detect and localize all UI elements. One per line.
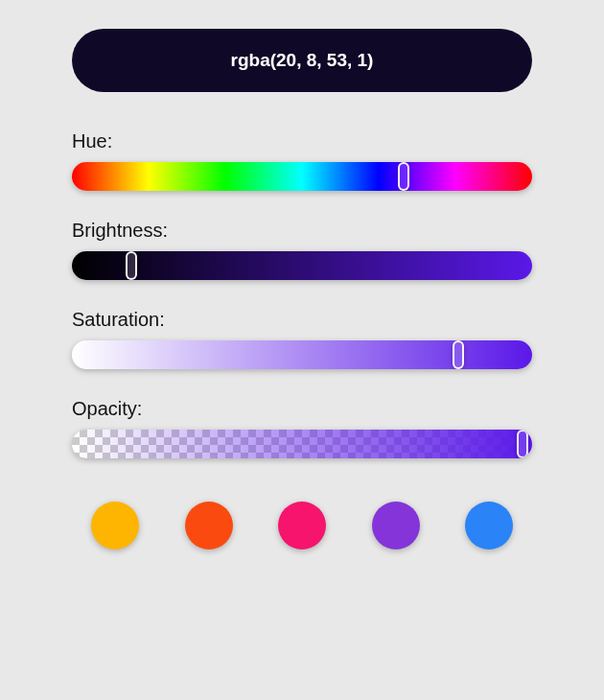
opacity-slider-group: Opacity: [72,398,532,458]
preset-swatches [72,502,532,549]
saturation-slider[interactable] [72,340,532,369]
swatch-blue[interactable] [465,502,513,549]
swatch-pink[interactable] [278,502,326,549]
swatch-purple[interactable] [372,502,420,549]
hue-label: Hue: [72,130,532,152]
brightness-slider-group: Brightness: [72,220,532,280]
selected-color-value: rgba(20, 8, 53, 1) [231,50,374,70]
brightness-slider[interactable] [72,251,532,280]
swatch-orange[interactable] [185,502,233,549]
saturation-label: Saturation: [72,309,532,331]
saturation-slider-group: Saturation: [72,309,532,369]
hue-slider[interactable] [72,162,532,191]
saturation-slider-handle[interactable] [453,340,464,369]
opacity-label: Opacity: [72,398,532,420]
brightness-label: Brightness: [72,220,532,242]
opacity-overlay [72,430,532,458]
hue-slider-handle[interactable] [398,162,409,191]
hue-slider-group: Hue: [72,130,532,191]
opacity-slider[interactable] [72,430,532,458]
brightness-slider-handle[interactable] [126,251,137,280]
selected-color-output: rgba(20, 8, 53, 1) [72,29,532,92]
swatch-amber[interactable] [91,502,139,549]
